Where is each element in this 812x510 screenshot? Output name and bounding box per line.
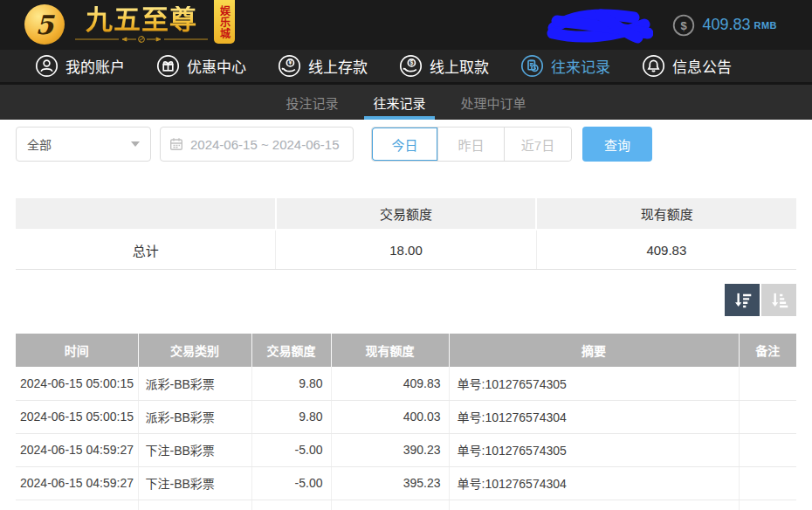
cell-amount: -5.00 xyxy=(251,466,331,500)
cell-amount: 9.80 xyxy=(251,367,331,400)
filter-bar: 全部 2024-06-15 ~ 2024-06-15 今日 昨日 近7日 查询 xyxy=(16,127,796,162)
range-last7days-button[interactable]: 近7日 xyxy=(505,128,571,161)
summary-total-balance: 409.83 xyxy=(537,231,796,269)
cell-note xyxy=(739,367,796,400)
range-label: 今日 xyxy=(391,135,417,154)
col-header-type: 交易类别 xyxy=(138,334,251,367)
app-header: 5 九五至尊 娱乐城 xyxy=(0,0,812,50)
cell-note xyxy=(739,400,796,433)
cell-amount: 9.80 xyxy=(251,400,331,433)
col-header-summary: 摘要 xyxy=(449,334,739,367)
gift-icon xyxy=(156,54,180,78)
summary-total-transaction: 18.00 xyxy=(276,231,536,269)
svg-text:$: $ xyxy=(410,59,414,66)
nav-label: 线上取款 xyxy=(430,55,489,77)
balance-amount: 409.83 xyxy=(702,16,750,34)
svg-text:¥: ¥ xyxy=(289,59,292,65)
nav-item-my-account[interactable]: 我的账户 xyxy=(35,54,125,78)
cell-time: 2024-06-15 04:59:27 xyxy=(16,466,138,500)
nav-item-transaction-records[interactable]: 往来记录 xyxy=(520,54,610,78)
transaction-records-icon xyxy=(520,54,544,78)
records-table: 时间 交易类别 交易额度 现有额度 摘要 备注 2024-06-15 05:00… xyxy=(16,334,796,510)
range-yesterday-button[interactable]: 昨日 xyxy=(438,128,505,161)
calendar-icon xyxy=(169,137,183,151)
cell-balance: 390.23 xyxy=(331,433,449,466)
redaction-scribble xyxy=(547,7,653,44)
logo-95-icon: 5 xyxy=(24,4,65,45)
cell-summary: 单号:101276574304 xyxy=(449,400,739,433)
nav-item-announcements[interactable]: 信息公告 xyxy=(642,54,732,78)
cell-summary: 单号:101276574305 xyxy=(449,433,739,466)
brand-badge: 娱乐城 xyxy=(214,0,235,44)
main-nav: 我的账户 优惠中心 ¥ 线上存款 $ 线上取款 xyxy=(0,50,812,85)
chevron-down-icon xyxy=(131,141,140,147)
svg-text:$: $ xyxy=(681,18,688,31)
cell-time: 2024-06-15 04:59:27 xyxy=(16,433,138,466)
nav-label: 线上存款 xyxy=(308,55,368,77)
sort-descending-icon xyxy=(731,289,754,312)
cell-note xyxy=(739,466,796,500)
cell-type: 派彩-BB彩票 xyxy=(138,367,251,400)
main-content: 全部 2024-06-15 ~ 2024-06-15 今日 昨日 近7日 查询 xyxy=(0,127,812,510)
cell-summary: 单号:101276574304 xyxy=(449,466,739,500)
type-select-value: 全部 xyxy=(27,135,52,153)
tab-label: 往来记录 xyxy=(373,93,425,112)
record-subtabs: 投注记录 往来记录 处理中订单 xyxy=(0,85,812,120)
summary-header-row: 交易额度 现有额度 xyxy=(16,198,796,229)
tab-label: 处理中订单 xyxy=(461,93,526,112)
tab-pending-orders[interactable]: 处理中订单 xyxy=(458,85,530,120)
date-range-input[interactable]: 2024-06-15 ~ 2024-06-15 xyxy=(160,127,354,162)
nav-label: 我的账户 xyxy=(65,55,125,77)
cell-note xyxy=(739,433,796,466)
cell-type: 下注-BB彩票 xyxy=(138,466,251,500)
range-label: 近7日 xyxy=(521,135,554,154)
sort-ascending-icon xyxy=(767,289,790,312)
summary-header-blank xyxy=(16,198,277,229)
cell-type: 下注-BB彩票 xyxy=(138,433,251,466)
sort-descending-button[interactable] xyxy=(725,284,760,316)
col-header-time: 时间 xyxy=(16,334,138,367)
summary-total-label: 总计 xyxy=(16,231,276,269)
col-header-note: 备注 xyxy=(739,334,796,367)
user-icon xyxy=(35,54,58,78)
logo-glyph: 5 xyxy=(36,10,54,40)
account-summary: $ 409.83 RMB xyxy=(547,0,812,50)
sort-ascending-button[interactable] xyxy=(761,284,796,316)
cell-amount: -5.00 xyxy=(251,433,331,466)
table-row: 2024-06-15 04:59:27 下注-BB彩票 -5.00 395.23… xyxy=(16,466,796,500)
deposit-hand-coin-icon: ¥ xyxy=(278,54,301,78)
quick-range-group: 今日 昨日 近7日 xyxy=(371,127,572,162)
table-row: 2024-06-15 04:59:27 下注-BB彩票 -5.00 390.23… xyxy=(16,433,796,466)
tab-transaction-records[interactable]: 往来记录 xyxy=(369,85,429,120)
type-select[interactable]: 全部 xyxy=(16,127,151,162)
dollar-coin-icon: $ xyxy=(672,14,695,37)
summary-header-transaction: 交易额度 xyxy=(277,198,538,229)
summary-header-balance: 现有额度 xyxy=(537,198,796,229)
bell-icon xyxy=(642,54,665,78)
nav-label: 信息公告 xyxy=(672,55,732,77)
col-header-amount: 交易额度 xyxy=(251,334,331,367)
query-button[interactable]: 查询 xyxy=(582,127,652,162)
col-header-balance: 现有额度 xyxy=(331,334,449,367)
nav-item-promotions[interactable]: 优惠中心 xyxy=(156,54,246,78)
cell-type: 派彩-BB彩票 xyxy=(138,400,251,433)
tab-bet-records[interactable]: 投注记录 xyxy=(282,85,341,120)
tab-label: 投注记录 xyxy=(286,93,338,112)
balance-currency: RMB xyxy=(754,20,777,31)
summary-total-row: 总计 18.00 409.83 xyxy=(16,231,796,270)
cell-time: 2024-06-15 05:00:15 xyxy=(16,400,138,433)
nav-item-withdraw[interactable]: $ 线上取款 xyxy=(399,54,489,78)
range-today-button[interactable]: 今日 xyxy=(372,128,438,161)
nav-label: 往来记录 xyxy=(551,55,610,77)
cell-time: 2024-06-15 05:00:15 xyxy=(16,367,138,400)
flourish-ornament-icon xyxy=(72,35,211,44)
table-row-partial xyxy=(16,500,796,510)
withdraw-hand-coin-icon: $ xyxy=(399,54,423,78)
table-row: 2024-06-15 05:00:15 派彩-BB彩票 9.80 400.03 … xyxy=(16,400,796,433)
date-range-value: 2024-06-15 ~ 2024-06-15 xyxy=(190,137,340,152)
brand-title: 九五至尊 xyxy=(72,6,211,34)
cell-balance: 409.83 xyxy=(331,367,449,400)
cell-summary: 单号:101276574305 xyxy=(449,367,739,400)
nav-item-deposit[interactable]: ¥ 线上存款 xyxy=(278,54,368,78)
site-logo[interactable]: 5 九五至尊 娱乐城 xyxy=(24,0,235,45)
